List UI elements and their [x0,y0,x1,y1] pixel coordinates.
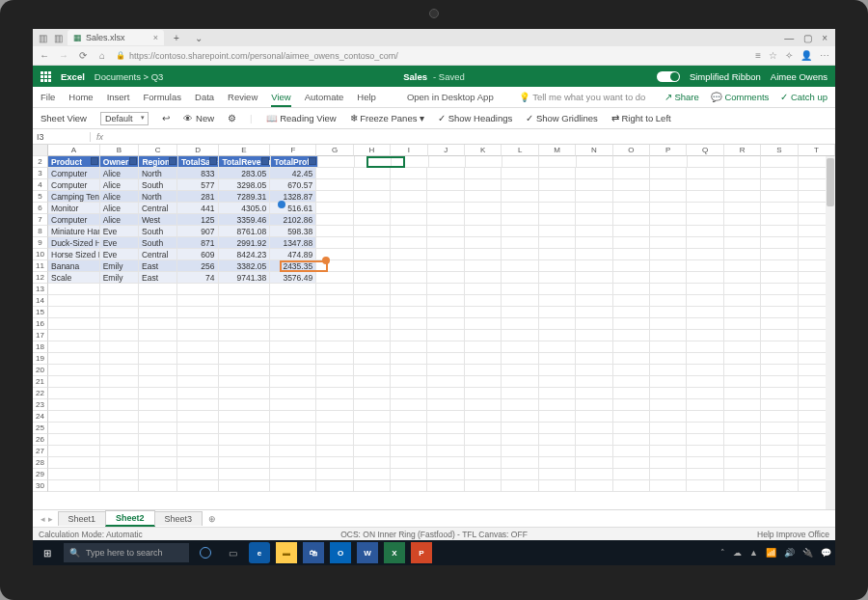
empty-cell[interactable] [219,434,271,446]
empty-cell[interactable] [219,423,271,434]
row-header[interactable]: 11 [33,260,48,272]
row-header[interactable]: 19 [33,353,48,365]
app-name[interactable]: Excel [61,71,85,82]
tab-help[interactable]: Help [357,92,376,102]
empty-cell[interactable] [539,480,576,492]
reader-icon[interactable]: ≡ [755,50,761,61]
empty-cell[interactable] [465,446,502,457]
table-cell[interactable]: South [139,237,177,249]
sheet-tab[interactable]: Sheet2 [105,510,155,527]
empty-cell[interactable] [139,353,177,365]
empty-cell[interactable] [502,365,538,376]
table-cell[interactable]: 441 [177,203,218,214]
empty-cell[interactable] [139,284,177,295]
row-header[interactable]: 30 [33,480,48,492]
empty-cell[interactable] [539,399,576,411]
spreadsheet-grid[interactable]: 2345678910111213141516171819202122232425… [33,145,835,509]
empty-cell[interactable] [650,284,687,295]
sheet-tab[interactable]: Sheet1 [58,511,107,526]
empty-cell[interactable] [100,446,139,457]
empty-cell[interactable] [177,284,218,295]
sheet-view-exit-icon[interactable]: ↩ [162,113,170,123]
column-header[interactable]: Q [687,145,723,156]
empty-cell[interactable] [219,318,271,330]
empty-cell[interactable] [761,318,798,330]
empty-cell[interactable] [139,318,177,330]
table-cell[interactable]: Alice [100,168,139,179]
empty-cell[interactable] [613,457,650,469]
empty-cell[interactable] [687,295,723,307]
empty-cell[interactable] [48,399,100,411]
empty-cell[interactable] [539,434,576,446]
sheet-tab[interactable]: Sheet3 [154,511,203,526]
tab-formulas[interactable]: Formulas [143,92,181,102]
tray-power-icon[interactable]: 🔌 [802,548,813,558]
empty-cell[interactable] [539,469,576,480]
empty-cell[interactable] [427,480,464,492]
empty-cell[interactable] [270,307,316,318]
empty-cell[interactable] [219,341,271,353]
empty-cell[interactable] [761,376,798,388]
empty-cell[interactable] [761,365,798,376]
table-header-cell[interactable]: TotalRevenue [219,156,271,168]
empty-cell[interactable] [427,446,464,457]
empty-cell[interactable] [724,423,761,434]
file-explorer-icon[interactable]: ▬ [276,542,297,563]
empty-cell[interactable] [650,341,687,353]
empty-cell[interactable] [576,457,612,469]
empty-cell[interactable] [539,423,576,434]
word-app-icon[interactable]: W [357,542,378,563]
empty-cell[interactable] [576,434,612,446]
empty-cell[interactable] [48,469,100,480]
empty-cell[interactable] [100,307,139,318]
empty-cell[interactable] [316,284,353,295]
sheet-view-new-button[interactable]: 👁 New [183,113,214,123]
empty-cell[interactable] [354,284,391,295]
empty-cell[interactable] [539,284,576,295]
empty-cell[interactable] [139,446,177,457]
empty-cell[interactable] [316,480,353,492]
empty-cell[interactable] [687,388,723,399]
filter-button-icon[interactable] [91,157,98,165]
empty-cell[interactable] [502,307,538,318]
empty-cell[interactable] [539,411,576,423]
empty-cell[interactable] [687,307,723,318]
filter-button-icon[interactable] [309,157,316,165]
empty-cell[interactable] [761,423,798,434]
empty-cell[interactable] [724,434,761,446]
empty-cell[interactable] [100,388,139,399]
name-box[interactable]: I3 [33,132,91,142]
empty-cell[interactable] [687,330,723,341]
table-cell[interactable]: 283.05 [219,168,271,179]
empty-cell[interactable] [761,469,798,480]
empty-cell[interactable] [613,434,650,446]
empty-cell[interactable] [613,284,650,295]
empty-cell[interactable] [687,365,723,376]
empty-cell[interactable] [48,457,100,469]
empty-cell[interactable] [613,295,650,307]
column-header[interactable]: T [799,145,835,156]
empty-cell[interactable] [724,469,761,480]
empty-cell[interactable] [100,480,139,492]
empty-cell[interactable] [465,318,502,330]
right-to-left-button[interactable]: ⇄ Right to Left [611,113,671,123]
table-cell[interactable]: 598.38 [270,226,316,237]
row-header[interactable]: 18 [33,341,48,353]
empty-cell[interactable] [100,318,139,330]
empty-cell[interactable] [316,295,353,307]
empty-cell[interactable] [576,469,612,480]
empty-cell[interactable] [177,446,218,457]
empty-cell[interactable] [354,365,391,376]
row-header[interactable]: 5 [33,191,48,203]
empty-cell[interactable] [687,411,723,423]
empty-cell[interactable] [100,365,139,376]
empty-cell[interactable] [502,330,538,341]
row-header[interactable]: 26 [33,434,48,446]
column-header[interactable]: I [391,145,427,156]
comments-button[interactable]: 💬 Comments [711,92,770,102]
empty-cell[interactable] [354,480,391,492]
empty-cell[interactable] [761,341,798,353]
back-icon[interactable]: ← [39,50,50,61]
refresh-icon[interactable]: ⟳ [77,50,89,61]
empty-cell[interactable] [48,411,100,423]
